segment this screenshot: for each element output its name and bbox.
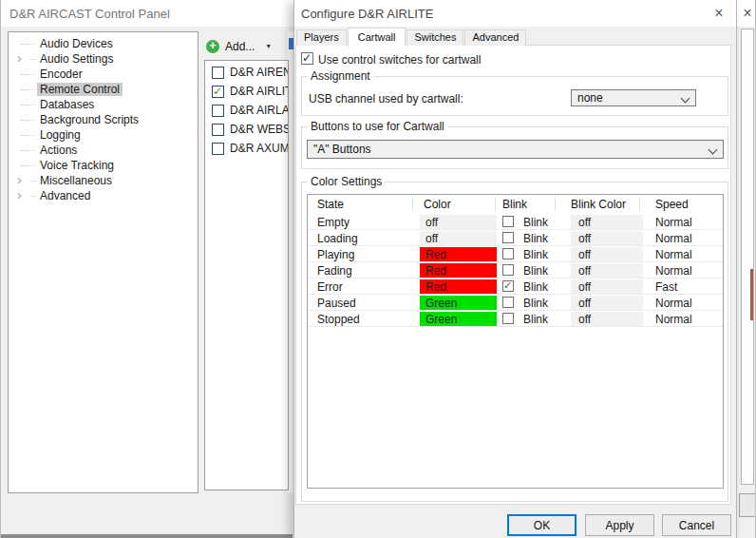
speed-cell[interactable]: Fast [655,280,677,294]
ok-button[interactable]: OK [507,514,576,536]
add-button-label: Add... [225,40,255,53]
speed-cell[interactable]: Normal [655,248,692,261]
device-checkbox[interactable]: ✓ [212,105,224,117]
tree-item-background-scripts[interactable]: Background Scripts [9,112,198,127]
add-dropdown-caret-icon[interactable]: ▼ [265,43,272,49]
cancel-button[interactable]: Cancel [662,514,731,536]
blink-color-cell[interactable]: off [571,279,643,294]
tab-players[interactable]: Players [296,29,347,46]
obscured-panel-edge [741,29,754,485]
assignment-group-label: Assignment [308,69,373,83]
tree-line [21,135,34,136]
tab-cartwall[interactable]: Cartwall [348,28,406,47]
table-row-fading: Fading Red ✓ Blink off Normal [308,262,723,279]
device-item[interactable]: ✓D&R AXUM ( [205,142,288,161]
table-header: State Color Blink Blink Color Speed [308,195,723,213]
blink-checkbox[interactable]: ✓ [502,313,514,324]
device-checkbox[interactable]: ✓ [212,143,224,155]
color-cell[interactable]: Green [420,296,497,310]
blink-color-cell[interactable]: off [571,247,643,261]
speed-cell[interactable]: Normal [655,264,692,278]
device-item[interactable]: ✓D&R WEBSTA [205,123,288,142]
cartwall-buttons-dropdown[interactable]: "A" Buttons [307,140,724,159]
blink-checkbox[interactable]: ✓ [502,280,514,292]
speed-cell[interactable]: Normal [655,313,692,326]
speed-cell[interactable]: Normal [655,216,692,229]
color-cell[interactable]: Green [420,312,497,326]
tree-line [21,150,34,151]
color-cell[interactable]: Red [420,247,497,261]
table-row-playing: Playing Red ✓ Blink off Normal [308,246,723,262]
expander-icon[interactable]: › [17,50,28,66]
speed-cell[interactable]: Normal [655,232,692,245]
device-checkbox[interactable]: ✓ [212,67,224,79]
check-icon: ✓ [302,51,312,65]
chevron-down-icon [681,94,690,104]
tree-item-miscellaneous[interactable]: ›Miscellaneous [9,173,198,188]
tree-item-encoder[interactable]: Encoder [9,67,198,82]
chevron-down-icon [709,145,718,155]
color-settings-group-label: Color Settings [308,175,385,188]
tree-line [21,44,34,45]
device-item[interactable]: ✓D&R AIRLAB [205,104,288,123]
tab-bar: Players Cartwall Switches Advanced [296,29,527,46]
blink-checkbox[interactable]: ✓ [502,216,514,227]
blink-color-cell[interactable]: off [571,263,643,278]
tree-item-audio-settings[interactable]: ›Audio Settings [9,51,198,67]
dialog-title: Configure D&R AIRLITE [301,7,433,21]
use-switches-label: Use control switches for cartwall [318,53,481,67]
tree-item-logging[interactable]: Logging [9,127,198,143]
tree-line [21,105,34,106]
color-cell[interactable]: Red [420,263,497,278]
add-button[interactable]: + Add... ▼ [206,37,272,55]
expander-icon[interactable]: › [17,172,28,187]
tab-advanced[interactable]: Advanced [464,29,526,46]
blink-color-cell[interactable]: off [571,296,643,310]
blink-color-cell[interactable]: off [571,312,643,326]
add-plus-icon: + [206,40,219,53]
color-settings-group: Color Settings State Color Blink Blink C… [301,182,728,502]
assignment-group: Assignment USB channel used by cartwall:… [301,76,728,116]
expander-icon[interactable]: › [17,187,28,202]
main-window-title: D&R AIRCAST Control Panel [9,7,170,21]
check-icon: ✓ [503,279,512,292]
table-row-loading: Loading off ✓ Blink off Normal [308,230,723,246]
tree-item-databases[interactable]: Databases [9,97,198,112]
tree-line [21,165,34,166]
main-window-right-strip: × [737,0,756,538]
tree-item-remote-control[interactable]: Remote Control [9,82,198,97]
tree-item-voice-tracking[interactable]: Voice Tracking [9,158,198,173]
blink-color-cell[interactable]: off [571,215,643,229]
blink-checkbox[interactable]: ✓ [502,232,514,243]
color-cell[interactable]: off [420,231,497,245]
color-cell[interactable]: Red [420,279,497,294]
usb-channel-dropdown[interactable]: none [571,89,696,106]
dialog-close-icon[interactable]: × [708,2,730,25]
table-row-paused: Paused Green ✓ Blink off Normal [308,295,723,311]
tree-item-actions[interactable]: Actions [9,143,198,158]
blink-checkbox[interactable]: ✓ [502,297,514,308]
cartwall-buttons-value: "A" Buttons [313,143,371,156]
dialog-titlebar: Configure D&R AIRLITE [294,0,736,27]
use-switches-checkbox[interactable]: ✓ [301,52,313,65]
tree-item-audio-devices[interactable]: Audio Devices [9,36,198,51]
tab-switches[interactable]: Switches [406,29,463,46]
tree-item-advanced[interactable]: ›Advanced [9,188,198,203]
apply-button[interactable]: Apply [585,514,654,536]
device-checkbox[interactable]: ✓ [212,86,224,98]
blink-color-cell[interactable]: off [571,231,643,245]
color-settings-table: State Color Blink Blink Color Speed Empt… [307,194,724,489]
device-item[interactable]: ✓D&R AIRLITE [205,85,288,104]
table-row-empty: Empty off ✓ Blink off Normal [308,214,723,230]
device-checkbox[interactable]: ✓ [212,124,224,136]
blink-checkbox[interactable]: ✓ [502,248,514,259]
close-icon[interactable]: × [739,2,756,25]
usb-channel-value: none [577,91,603,105]
speed-cell[interactable]: Normal [655,297,692,310]
device-item[interactable]: ✓D&R AIRENC [205,66,288,85]
check-icon: ✓ [213,85,222,99]
color-cell[interactable]: off [420,215,497,229]
blink-checkbox[interactable]: ✓ [502,264,514,276]
device-list: ✓D&R AIRENC ✓D&R AIRLITE ✓D&R AIRLAB ✓D&… [204,60,289,490]
col-blink: Blink [502,198,527,211]
